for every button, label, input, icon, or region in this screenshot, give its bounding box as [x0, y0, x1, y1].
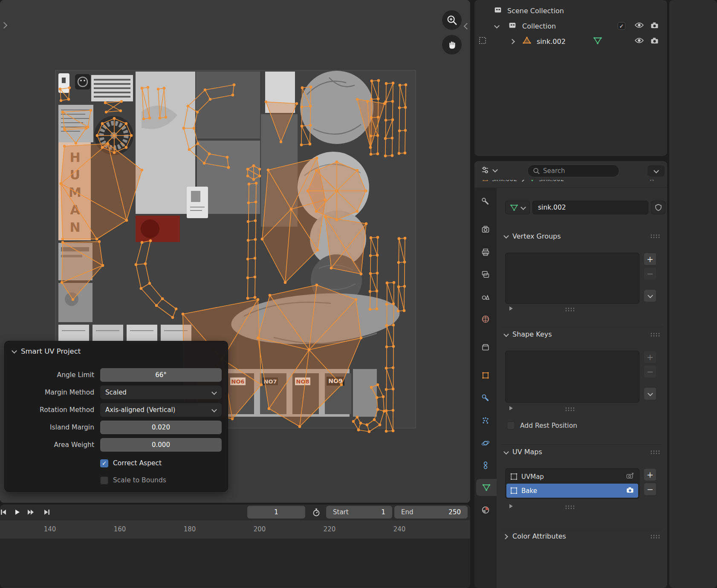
fast-forward-button[interactable]: [25, 506, 37, 518]
jump-to-end-button[interactable]: [41, 506, 53, 518]
add-vertex-group-button[interactable]: +: [644, 253, 656, 265]
chevron-down-icon: [648, 391, 653, 396]
panel-drag-grip[interactable]: [650, 332, 660, 337]
correct-aspect-checkbox[interactable]: ✓: [100, 459, 108, 467]
uv-maps-title: UV Maps: [512, 448, 542, 456]
use-preview-range-button[interactable]: [310, 506, 322, 518]
tab-view-layer[interactable]: [477, 266, 494, 283]
vertex-groups-header[interactable]: Vertex Groups: [501, 229, 663, 243]
list-resize-grip[interactable]: [565, 307, 575, 311]
collection-exclude-checkbox[interactable]: ✓: [618, 22, 625, 30]
color-attributes-header[interactable]: Color Attributes: [501, 529, 663, 543]
tab-render[interactable]: [477, 221, 494, 238]
scale-to-bounds-checkbox[interactable]: [100, 476, 108, 484]
jump-start-icon: [0, 508, 7, 516]
outliner-row-scene-collection[interactable]: Scene Collection: [474, 4, 667, 17]
remove-vertex-group-button[interactable]: −: [644, 267, 656, 280]
breadcrumb-object[interactable]: sink.002: [492, 180, 517, 182]
margin-method-label: Margin Method: [5, 389, 94, 396]
color-attributes-title: Color Attributes: [512, 532, 566, 540]
tab-modifiers[interactable]: [477, 389, 494, 406]
expand-operators-arrow[interactable]: [509, 504, 513, 508]
breadcrumb-data[interactable]: sink.002: [539, 180, 564, 182]
panel-drag-grip[interactable]: [650, 534, 660, 539]
rotation-method-dropdown[interactable]: Axis-aligned (Vertical): [100, 403, 222, 417]
expand-chevron-icon[interactable]: [510, 39, 515, 44]
island-margin-field[interactable]: 0.020: [100, 421, 222, 434]
vertex-groups-list[interactable]: [505, 253, 639, 304]
datablock-name-field[interactable]: sink.002: [532, 201, 648, 214]
editor-type-button[interactable]: [480, 165, 497, 175]
uv-map-row-uvmap[interactable]: UVMap: [506, 470, 638, 484]
breadcrumb-close-icon[interactable]: ×: [649, 180, 655, 183]
uv-maps-header[interactable]: UV Maps: [501, 444, 663, 459]
filter-dropdown-button[interactable]: [648, 165, 665, 176]
shape-keys-list[interactable]: [505, 351, 639, 403]
vertex-group-specials-button[interactable]: [644, 289, 656, 302]
shape-key-specials-button[interactable]: [644, 387, 656, 400]
timeline-track-area[interactable]: [0, 539, 470, 588]
timeline-ruler[interactable]: 140 160 180 200 220 240: [0, 520, 470, 539]
tab-output[interactable]: [477, 244, 494, 261]
smart-uv-project-header[interactable]: Smart UV Project: [5, 341, 228, 361]
tab-scene[interactable]: [477, 288, 494, 305]
eye-icon[interactable]: [635, 37, 644, 46]
list-resize-grip[interactable]: [565, 407, 575, 411]
timeline-editor[interactable]: 1 Start1 End250 140 160 180 200 2: [0, 504, 470, 588]
eye-icon[interactable]: [635, 22, 644, 30]
panel-drag-grip[interactable]: [650, 450, 660, 454]
tab-particles[interactable]: [477, 412, 494, 429]
zoom-button[interactable]: [442, 10, 462, 30]
chevron-down-icon: [520, 205, 526, 210]
pan-button[interactable]: [442, 35, 462, 55]
tab-collection[interactable]: [477, 339, 494, 356]
tab-world[interactable]: [477, 311, 494, 328]
expand-operators-arrow[interactable]: [509, 306, 513, 311]
angle-limit-field[interactable]: 66°: [100, 368, 222, 382]
add-shape-key-button[interactable]: +: [644, 351, 656, 363]
chevron-right-icon: [520, 180, 526, 182]
outliner-row-collection[interactable]: Collection ✓: [474, 20, 667, 32]
search-input[interactable]: Search: [527, 164, 619, 177]
expand-chevron-icon[interactable]: [494, 23, 499, 29]
tab-physics[interactable]: [477, 435, 494, 452]
margin-method-dropdown[interactable]: Scaled: [100, 386, 222, 399]
current-frame-field[interactable]: 1: [247, 506, 305, 519]
tab-material[interactable]: [477, 502, 494, 519]
add-rest-position-row: Add Rest Position: [507, 421, 577, 429]
sidebar-toggle-left[interactable]: [1, 20, 8, 29]
sidebar-toggle-right[interactable]: [462, 21, 469, 30]
mesh-datablock-menu-button[interactable]: [505, 201, 530, 214]
tab-object-data[interactable]: [476, 479, 497, 496]
add-rest-position-checkbox[interactable]: [507, 421, 515, 429]
rotation-method-row: Rotation Method Axis-aligned (Vertical): [5, 403, 228, 417]
tab-constraints[interactable]: [477, 457, 494, 474]
remove-uv-map-button[interactable]: −: [644, 483, 656, 496]
play-button[interactable]: [11, 506, 23, 518]
breadcrumb: sink.002 sink.002 ×: [474, 180, 667, 187]
add-uv-map-button[interactable]: +: [644, 468, 656, 481]
shape-keys-header[interactable]: Shape Keys: [501, 327, 663, 341]
camera-icon[interactable]: [650, 21, 659, 31]
tab-tool[interactable]: [477, 193, 494, 210]
area-weight-field[interactable]: 0.000: [100, 438, 222, 452]
jump-to-start-button[interactable]: [0, 506, 9, 518]
uv-map-row-bake[interactable]: Bake: [506, 484, 638, 498]
panel-drag-grip[interactable]: [650, 234, 660, 238]
island-margin-label: Island Margin: [5, 424, 94, 431]
remove-shape-key-button[interactable]: −: [644, 365, 656, 378]
expand-operators-arrow[interactable]: [509, 406, 513, 410]
tab-object[interactable]: [477, 367, 494, 384]
fake-user-button[interactable]: [651, 201, 665, 214]
shield-icon: [655, 204, 662, 211]
outliner-row-sink002[interactable]: sink.002: [474, 35, 667, 48]
list-resize-grip[interactable]: [565, 505, 575, 509]
camera-inactive-icon[interactable]: [626, 472, 634, 481]
area-weight-label: Area Weight: [5, 441, 94, 449]
timeline-controls: 1 Start1 End250: [0, 504, 470, 520]
uv-editor[interactable]: HUMAN: [0, 0, 470, 503]
camera-icon[interactable]: [650, 37, 659, 46]
frame-end-field[interactable]: End250: [394, 506, 468, 519]
frame-start-field[interactable]: Start1: [326, 506, 392, 519]
camera-active-icon[interactable]: [626, 486, 634, 495]
